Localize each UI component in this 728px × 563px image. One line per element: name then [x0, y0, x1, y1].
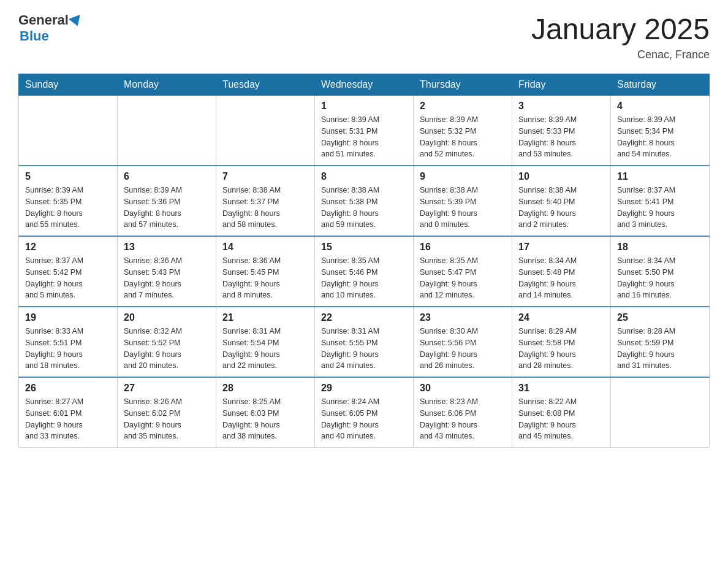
day-number: 20	[124, 312, 210, 323]
day-number: 17	[518, 242, 604, 253]
calendar-cell: 11Sunrise: 8:37 AMSunset: 5:41 PMDayligh…	[611, 166, 710, 236]
day-info: Sunrise: 8:39 AMSunset: 5:31 PMDaylight:…	[321, 114, 407, 160]
day-number: 6	[124, 171, 210, 182]
day-info: Sunrise: 8:38 AMSunset: 5:40 PMDaylight:…	[518, 185, 604, 231]
calendar-cell: 28Sunrise: 8:25 AMSunset: 6:03 PMDayligh…	[216, 377, 315, 448]
calendar-cell	[611, 377, 710, 448]
weekday-header-friday: Friday	[512, 74, 611, 96]
day-number: 8	[321, 171, 407, 182]
day-number: 9	[420, 171, 506, 182]
day-number: 12	[25, 242, 111, 253]
weekday-header-saturday: Saturday	[611, 74, 710, 96]
day-number: 18	[617, 242, 703, 253]
calendar-table: SundayMondayTuesdayWednesdayThursdayFrid…	[18, 74, 710, 448]
calendar-cell: 7Sunrise: 8:38 AMSunset: 5:37 PMDaylight…	[216, 166, 315, 236]
calendar-cell: 27Sunrise: 8:26 AMSunset: 6:02 PMDayligh…	[118, 377, 216, 448]
calendar-cell: 3Sunrise: 8:39 AMSunset: 5:33 PMDaylight…	[512, 96, 611, 166]
calendar-cell: 23Sunrise: 8:30 AMSunset: 5:56 PMDayligh…	[414, 307, 512, 377]
day-info: Sunrise: 8:36 AMSunset: 5:45 PMDaylight:…	[222, 255, 308, 301]
day-info: Sunrise: 8:38 AMSunset: 5:38 PMDaylight:…	[321, 185, 407, 231]
logo-triangle-icon	[69, 15, 83, 28]
calendar-cell: 18Sunrise: 8:34 AMSunset: 5:50 PMDayligh…	[611, 236, 710, 307]
day-info: Sunrise: 8:39 AMSunset: 5:35 PMDaylight:…	[25, 185, 111, 231]
day-number: 25	[617, 312, 703, 323]
calendar-cell: 5Sunrise: 8:39 AMSunset: 5:35 PMDaylight…	[19, 166, 118, 236]
day-number: 26	[25, 383, 111, 394]
calendar-cell: 6Sunrise: 8:39 AMSunset: 5:36 PMDaylight…	[118, 166, 216, 236]
calendar-week-row: 26Sunrise: 8:27 AMSunset: 6:01 PMDayligh…	[19, 377, 710, 448]
weekday-header-sunday: Sunday	[19, 74, 118, 96]
day-info: Sunrise: 8:38 AMSunset: 5:39 PMDaylight:…	[420, 185, 506, 231]
day-number: 5	[25, 171, 111, 182]
day-info: Sunrise: 8:22 AMSunset: 6:08 PMDaylight:…	[518, 396, 604, 442]
calendar-cell: 31Sunrise: 8:22 AMSunset: 6:08 PMDayligh…	[512, 377, 611, 448]
day-info: Sunrise: 8:25 AMSunset: 6:03 PMDaylight:…	[222, 396, 308, 442]
calendar-cell: 26Sunrise: 8:27 AMSunset: 6:01 PMDayligh…	[19, 377, 118, 448]
calendar-week-row: 1Sunrise: 8:39 AMSunset: 5:31 PMDaylight…	[19, 96, 710, 166]
calendar-cell: 20Sunrise: 8:32 AMSunset: 5:52 PMDayligh…	[118, 307, 216, 377]
calendar-week-row: 5Sunrise: 8:39 AMSunset: 5:35 PMDaylight…	[19, 166, 710, 236]
calendar-cell: 9Sunrise: 8:38 AMSunset: 5:39 PMDaylight…	[414, 166, 512, 236]
weekday-header-row: SundayMondayTuesdayWednesdayThursdayFrid…	[19, 74, 710, 96]
calendar-cell	[19, 96, 118, 166]
day-number: 24	[518, 312, 604, 323]
day-info: Sunrise: 8:34 AMSunset: 5:50 PMDaylight:…	[617, 255, 703, 301]
day-info: Sunrise: 8:39 AMSunset: 5:33 PMDaylight:…	[518, 114, 604, 160]
day-info: Sunrise: 8:30 AMSunset: 5:56 PMDaylight:…	[420, 326, 506, 372]
calendar-cell: 22Sunrise: 8:31 AMSunset: 5:55 PMDayligh…	[315, 307, 414, 377]
weekday-header-thursday: Thursday	[414, 74, 512, 96]
location: Cenac, France	[531, 48, 710, 61]
day-info: Sunrise: 8:37 AMSunset: 5:42 PMDaylight:…	[25, 255, 111, 301]
calendar-cell: 29Sunrise: 8:24 AMSunset: 6:05 PMDayligh…	[315, 377, 414, 448]
day-number: 14	[222, 242, 308, 253]
day-number: 3	[518, 101, 604, 112]
calendar-cell: 13Sunrise: 8:36 AMSunset: 5:43 PMDayligh…	[118, 236, 216, 307]
day-info: Sunrise: 8:37 AMSunset: 5:41 PMDaylight:…	[617, 185, 703, 231]
calendar-cell: 8Sunrise: 8:38 AMSunset: 5:38 PMDaylight…	[315, 166, 414, 236]
day-number: 1	[321, 101, 407, 112]
day-info: Sunrise: 8:27 AMSunset: 6:01 PMDaylight:…	[25, 396, 111, 442]
calendar-cell	[216, 96, 315, 166]
day-number: 15	[321, 242, 407, 253]
calendar-cell: 4Sunrise: 8:39 AMSunset: 5:34 PMDaylight…	[611, 96, 710, 166]
logo-text-general: General	[18, 12, 69, 28]
day-number: 22	[321, 312, 407, 323]
day-info: Sunrise: 8:28 AMSunset: 5:59 PMDaylight:…	[617, 326, 703, 372]
day-info: Sunrise: 8:23 AMSunset: 6:06 PMDaylight:…	[420, 396, 506, 442]
day-number: 29	[321, 383, 407, 394]
day-number: 28	[222, 383, 308, 394]
day-number: 13	[124, 242, 210, 253]
page-header: General Blue January 2025 Cenac, France	[18, 12, 710, 61]
day-info: Sunrise: 8:35 AMSunset: 5:46 PMDaylight:…	[321, 255, 407, 301]
day-info: Sunrise: 8:29 AMSunset: 5:58 PMDaylight:…	[518, 326, 604, 372]
day-info: Sunrise: 8:39 AMSunset: 5:32 PMDaylight:…	[420, 114, 506, 160]
weekday-header-monday: Monday	[118, 74, 216, 96]
calendar-cell: 21Sunrise: 8:31 AMSunset: 5:54 PMDayligh…	[216, 307, 315, 377]
calendar-cell: 1Sunrise: 8:39 AMSunset: 5:31 PMDaylight…	[315, 96, 414, 166]
day-info: Sunrise: 8:38 AMSunset: 5:37 PMDaylight:…	[222, 185, 308, 231]
day-info: Sunrise: 8:31 AMSunset: 5:54 PMDaylight:…	[222, 326, 308, 372]
day-number: 11	[617, 171, 703, 182]
day-info: Sunrise: 8:31 AMSunset: 5:55 PMDaylight:…	[321, 326, 407, 372]
day-number: 19	[25, 312, 111, 323]
day-number: 7	[222, 171, 308, 182]
day-info: Sunrise: 8:39 AMSunset: 5:36 PMDaylight:…	[124, 185, 210, 231]
calendar-cell: 15Sunrise: 8:35 AMSunset: 5:46 PMDayligh…	[315, 236, 414, 307]
day-number: 31	[518, 383, 604, 394]
day-number: 23	[420, 312, 506, 323]
calendar-cell: 19Sunrise: 8:33 AMSunset: 5:51 PMDayligh…	[19, 307, 118, 377]
day-info: Sunrise: 8:39 AMSunset: 5:34 PMDaylight:…	[617, 114, 703, 160]
calendar-cell: 30Sunrise: 8:23 AMSunset: 6:06 PMDayligh…	[414, 377, 512, 448]
title-section: January 2025 Cenac, France	[531, 12, 710, 61]
calendar-cell	[118, 96, 216, 166]
day-info: Sunrise: 8:24 AMSunset: 6:05 PMDaylight:…	[321, 396, 407, 442]
day-number: 16	[420, 242, 506, 253]
day-info: Sunrise: 8:34 AMSunset: 5:48 PMDaylight:…	[518, 255, 604, 301]
weekday-header-wednesday: Wednesday	[315, 74, 414, 96]
day-number: 30	[420, 383, 506, 394]
day-info: Sunrise: 8:35 AMSunset: 5:47 PMDaylight:…	[420, 255, 506, 301]
day-info: Sunrise: 8:36 AMSunset: 5:43 PMDaylight:…	[124, 255, 210, 301]
calendar-cell: 25Sunrise: 8:28 AMSunset: 5:59 PMDayligh…	[611, 307, 710, 377]
weekday-header-tuesday: Tuesday	[216, 74, 315, 96]
day-info: Sunrise: 8:26 AMSunset: 6:02 PMDaylight:…	[124, 396, 210, 442]
